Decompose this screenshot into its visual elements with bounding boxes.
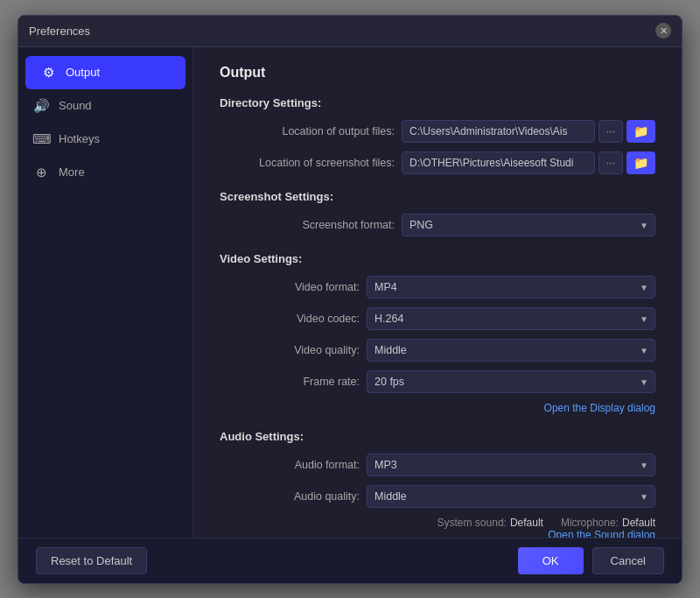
hotkeys-icon: ⌨ (32, 131, 50, 147)
footer-right-buttons: OK Cancel (518, 547, 664, 574)
screenshot-format-select-wrapper: PNG JPG BMP ▼ (402, 214, 655, 236)
audio-quality-select[interactable]: Low Middle High (367, 485, 655, 508)
video-format-label: Video format: (220, 281, 360, 293)
output-location-input-group: ··· 📁 (402, 120, 655, 143)
audio-format-label: Audio format: (220, 459, 360, 471)
frame-rate-label: Frame rate: (220, 376, 360, 388)
screenshot-location-row: Location of screenshot files: ··· 📁 (220, 151, 655, 174)
audio-format-select-wrapper: MP3 AAC WAV ▼ (367, 454, 655, 476)
title-bar: Preferences ✕ (18, 16, 682, 47)
more-icon: ⊕ (32, 165, 50, 180)
video-settings-title: Video Settings: (220, 252, 655, 265)
close-button[interactable]: ✕ (655, 23, 671, 39)
sidebar-item-hotkeys[interactable]: ⌨ Hotkeys (18, 123, 192, 156)
sidebar: ⚙ Output 🔊 Sound ⌨ Hotkeys ⊕ More (18, 47, 193, 538)
video-format-row: Video format: MP4 AVI MOV MKV ▼ (220, 276, 655, 299)
screenshot-location-input[interactable] (402, 151, 595, 174)
reset-to-default-button[interactable]: Reset to Default (36, 547, 147, 574)
audio-settings-title: Audio Settings: (220, 430, 655, 443)
screenshot-settings-title: Screenshot Settings: (220, 190, 655, 203)
main-content: ⚙ Output 🔊 Sound ⌨ Hotkeys ⊕ More Output… (18, 47, 682, 538)
output-icon: ⚙ (39, 65, 57, 81)
directory-settings-title: Directory Settings: (220, 96, 655, 109)
video-quality-row: Video quality: Low Middle High ▼ (220, 339, 655, 362)
video-codec-row: Video codec: H.264 H.265 MPEG-4 ▼ (220, 307, 655, 330)
video-quality-select-wrapper: Low Middle High ▼ (367, 339, 655, 362)
screenshot-location-label: Location of screenshot files: (220, 157, 395, 169)
audio-status-row: System sound: Default Microphone: Defaul… (220, 517, 655, 529)
video-format-select-wrapper: MP4 AVI MOV MKV ▼ (367, 276, 655, 299)
cancel-button[interactable]: Cancel (592, 547, 664, 574)
sidebar-item-output-label: Output (66, 66, 100, 79)
screenshot-location-folder-button[interactable]: 📁 (626, 151, 655, 174)
video-quality-label: Video quality: (220, 344, 360, 356)
video-codec-select-wrapper: H.264 H.265 MPEG-4 ▼ (367, 307, 655, 330)
screenshot-format-row: Screenshot format: PNG JPG BMP ▼ (220, 214, 655, 236)
video-codec-select[interactable]: H.264 H.265 MPEG-4 (367, 307, 655, 330)
output-location-dots-button[interactable]: ··· (598, 120, 623, 143)
output-location-row: Location of output files: ··· 📁 (220, 120, 655, 143)
microphone-label: Microphone: (561, 517, 619, 529)
video-codec-label: Video codec: (220, 313, 360, 325)
output-location-folder-button[interactable]: 📁 (626, 120, 655, 143)
dialog-title: Preferences (29, 25, 90, 38)
footer: Reset to Default OK Cancel (18, 538, 682, 583)
folder-icon-2: 📁 (634, 156, 648, 170)
sidebar-item-more[interactable]: ⊕ More (18, 156, 192, 189)
preferences-dialog: Preferences ✕ ⚙ Output 🔊 Sound ⌨ Hotkeys… (18, 15, 682, 584)
video-quality-select[interactable]: Low Middle High (367, 339, 655, 362)
sidebar-item-sound-label: Sound (59, 99, 92, 112)
sidebar-item-output[interactable]: ⚙ Output (25, 56, 186, 89)
display-dialog-link-row: Open the Display dialog (220, 402, 655, 414)
screenshot-location-input-group: ··· 📁 (402, 151, 655, 174)
audio-quality-select-wrapper: Low Middle High ▼ (367, 485, 655, 508)
video-format-select[interactable]: MP4 AVI MOV MKV (367, 276, 655, 299)
output-section-title: Output (220, 65, 655, 81)
sound-dialog-link-row: Open the Sound dialog (220, 529, 655, 538)
frame-rate-row: Frame rate: 20 fps 24 fps 30 fps 60 fps … (220, 370, 655, 393)
sound-icon: 🔊 (32, 98, 50, 114)
folder-icon: 📁 (634, 124, 648, 138)
audio-format-select[interactable]: MP3 AAC WAV (367, 454, 655, 476)
ok-button[interactable]: OK (518, 547, 584, 574)
open-display-dialog-link[interactable]: Open the Display dialog (544, 402, 655, 414)
system-sound-label: System sound: (438, 517, 507, 529)
output-location-input[interactable] (402, 120, 595, 143)
sidebar-item-more-label: More (59, 165, 85, 179)
screenshot-location-dots-button[interactable]: ··· (598, 151, 623, 174)
sidebar-item-hotkeys-label: Hotkeys (59, 132, 100, 145)
microphone-value: Default (622, 517, 655, 529)
system-sound-value: Default (510, 517, 543, 529)
audio-format-row: Audio format: MP3 AAC WAV ▼ (220, 454, 655, 476)
sidebar-item-sound[interactable]: 🔊 Sound (18, 89, 192, 123)
audio-quality-row: Audio quality: Low Middle High ▼ (220, 485, 655, 508)
screenshot-format-label: Screenshot format: (220, 219, 395, 231)
frame-rate-select[interactable]: 20 fps 24 fps 30 fps 60 fps (367, 370, 655, 393)
frame-rate-select-wrapper: 20 fps 24 fps 30 fps 60 fps ▼ (367, 370, 655, 393)
output-location-label: Location of output files: (220, 125, 395, 137)
screenshot-format-select[interactable]: PNG JPG BMP (402, 214, 655, 236)
content-area: Output Directory Settings: Location of o… (193, 47, 682, 538)
open-sound-dialog-link[interactable]: Open the Sound dialog (548, 529, 655, 538)
audio-quality-label: Audio quality: (220, 490, 360, 503)
